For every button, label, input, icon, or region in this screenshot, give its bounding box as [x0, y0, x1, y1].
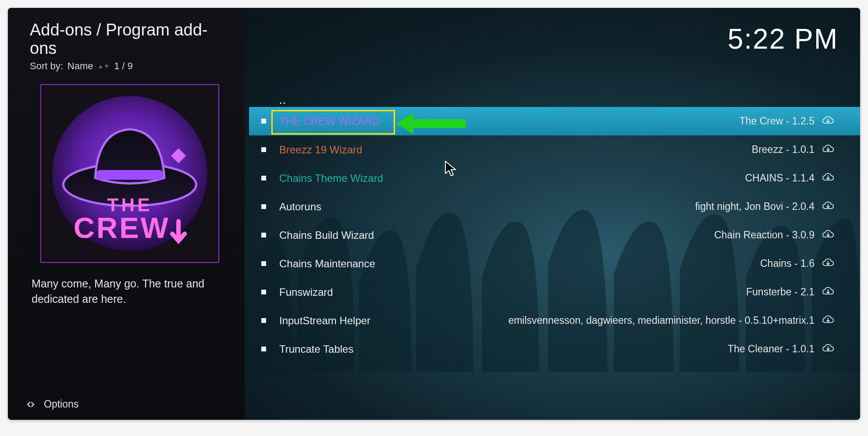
- parent-directory[interactable]: ..: [249, 92, 860, 107]
- list-item[interactable]: FunswizardFunsterbe - 2.1: [249, 278, 860, 306]
- addon-name: Chains Maintenance: [279, 258, 760, 270]
- arrows-icon: [25, 399, 36, 410]
- download-icon: [822, 315, 834, 327]
- addon-name: Autoruns: [279, 201, 695, 213]
- sort-row[interactable]: Sort by: Name ▲▼ 1 / 9: [30, 60, 232, 72]
- addon-name: THE CREW WIZARD: [279, 115, 740, 128]
- download-icon: [822, 201, 834, 213]
- download-icon: [822, 115, 834, 128]
- download-icon: [822, 258, 834, 270]
- app-window: Add-ons / Program add-ons Sort by: Name …: [8, 8, 860, 420]
- sort-arrow-icon: ▲▼: [98, 63, 110, 70]
- svg-rect-2: [96, 170, 163, 180]
- bullet-icon: [261, 147, 266, 152]
- options-label: Options: [44, 398, 78, 410]
- list-item[interactable]: Chains MaintenanceChains - 1.6: [249, 249, 860, 278]
- bullet-icon: [261, 261, 266, 266]
- addon-name: Chains Theme Wizard: [279, 172, 745, 184]
- list-item[interactable]: Chains Build WizardChain Reaction - 3.0.…: [249, 221, 860, 249]
- bullet-icon: [261, 290, 266, 294]
- addon-name: Chains Build Wizard: [279, 229, 714, 241]
- addon-name: Breezz 19 Wizard: [279, 144, 752, 156]
- addon-meta: The Crew - 1.2.5: [740, 115, 815, 127]
- bullet-icon: [261, 204, 266, 209]
- download-icon: [822, 144, 834, 156]
- addon-name: InputStream Helper: [279, 315, 508, 327]
- clock: 5:22 PM: [728, 23, 838, 55]
- list-item[interactable]: Breezz 19 WizardBreezz - 1.0.1: [249, 135, 860, 164]
- download-icon: [822, 229, 834, 241]
- addon-meta: Chains - 1.6: [760, 258, 815, 269]
- bullet-icon: [261, 233, 266, 237]
- sort-label: Sort by:: [30, 60, 63, 72]
- list-item[interactable]: Autorunsfight night, Jon Bovi - 2.0.4: [249, 192, 860, 221]
- addon-meta: Funsterbe - 2.1: [746, 286, 815, 298]
- addon-meta: CHAINS - 1.1.4: [745, 172, 815, 184]
- download-icon: [822, 343, 834, 355]
- list-item[interactable]: InputStream Helperemilsvennesson, dagwie…: [249, 306, 860, 335]
- options-button[interactable]: Options: [25, 398, 78, 410]
- addon-name: Truncate Tables: [279, 343, 728, 355]
- addon-thumbnail: THE CREW: [40, 84, 219, 263]
- addon-meta: Breezz - 1.0.1: [752, 144, 815, 156]
- bullet-icon: [261, 119, 266, 124]
- download-icon: [822, 172, 834, 184]
- bullet-icon: [261, 176, 266, 181]
- bullet-icon: [261, 318, 266, 323]
- breadcrumb: Add-ons / Program add-ons: [30, 21, 232, 58]
- addon-meta: emilsvennesson, dagwieers, mediaminister…: [508, 315, 815, 326]
- list-item[interactable]: THE CREW WIZARDThe Crew - 1.2.5: [249, 107, 860, 135]
- the-crew-logo: THE CREW: [46, 89, 214, 258]
- sort-value: Name: [68, 60, 93, 72]
- addon-meta: Chain Reaction - 3.0.9: [714, 229, 815, 241]
- list-position: 1 / 9: [114, 60, 133, 72]
- list-item[interactable]: Chains Theme WizardCHAINS - 1.1.4: [249, 164, 860, 192]
- addon-list: .. THE CREW WIZARDThe Crew - 1.2.5Breezz…: [249, 92, 860, 363]
- list-item[interactable]: Truncate TablesThe Cleaner - 1.0.1: [249, 335, 860, 363]
- bullet-icon: [261, 347, 266, 351]
- addon-description: Many come, Many go. The true and dedicat…: [32, 276, 220, 307]
- addon-meta: fight night, Jon Bovi - 2.0.4: [695, 201, 815, 213]
- svg-text:CREW: CREW: [74, 211, 170, 244]
- addon-name: Funswizard: [279, 286, 746, 298]
- download-icon: [822, 286, 834, 298]
- addon-meta: The Cleaner - 1.0.1: [728, 343, 815, 355]
- sidebar: Add-ons / Program add-ons Sort by: Name …: [8, 8, 245, 420]
